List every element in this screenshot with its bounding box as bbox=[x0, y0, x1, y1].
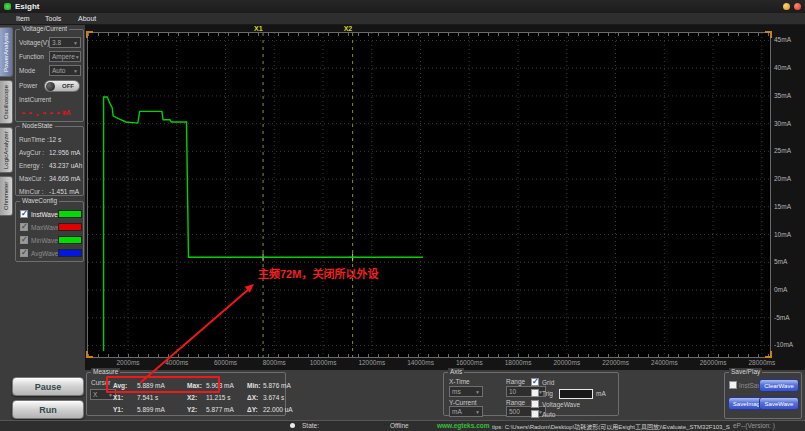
y-axis-tick-label: -10mA bbox=[774, 341, 793, 348]
x-axis-tick-label: 14000ms bbox=[399, 359, 443, 366]
y1-label: Y1: bbox=[113, 406, 123, 413]
state-label: State: bbox=[302, 422, 319, 429]
y-range-select[interactable]: 500▼ bbox=[506, 406, 546, 417]
tab-oscilloscope[interactable]: Oscilloscope bbox=[0, 80, 13, 124]
power-state: OFF bbox=[62, 83, 74, 89]
avgcur-value: 12.956 mA bbox=[49, 149, 80, 156]
toggle-knob-icon bbox=[46, 82, 55, 91]
delta-y-value: 22.000 uA bbox=[263, 406, 293, 413]
voltagewave-label: VoltageWave bbox=[542, 401, 580, 408]
menu-item[interactable]: Item bbox=[16, 15, 30, 22]
minwave-color-swatch bbox=[58, 236, 82, 244]
mode-select[interactable]: Auto▼ bbox=[49, 65, 81, 76]
x-axis-tick-label: 26000ms bbox=[691, 359, 735, 366]
minimize-icon[interactable] bbox=[783, 3, 790, 10]
min-label: Min: bbox=[247, 382, 260, 389]
x-time-label: X-Time bbox=[449, 378, 470, 385]
cursor-x1-label[interactable]: X1 bbox=[254, 25, 263, 32]
function-select[interactable]: Ampere▼ bbox=[49, 51, 81, 62]
power-label: Power bbox=[19, 82, 37, 89]
x-range-label: Range bbox=[506, 378, 525, 385]
x-time-select[interactable]: ms▼ bbox=[449, 386, 483, 397]
pause-button[interactable]: Pause bbox=[12, 377, 84, 396]
x-axis-tick-label: 16000ms bbox=[447, 359, 491, 366]
avgwave-label: AvgWave bbox=[31, 250, 58, 257]
y2-value: 5.877 mA bbox=[206, 406, 234, 413]
avgwave-color-swatch bbox=[58, 249, 82, 257]
y-axis-tick-label: 5mA bbox=[774, 258, 787, 265]
menu-bar: Item Tools About bbox=[0, 13, 805, 25]
x-axis-tick-label: 12000ms bbox=[350, 359, 394, 366]
y-axis-tick-label: 35mA bbox=[774, 92, 791, 99]
y-axis-tick-label: 20mA bbox=[774, 175, 791, 182]
x-axis-tick-label: 4000ms bbox=[155, 359, 199, 366]
voltage-select[interactable]: 3.8▼ bbox=[49, 37, 81, 48]
tab-power-analysis[interactable]: PowerAnalysis bbox=[0, 27, 13, 77]
save-wave-button[interactable]: SaveWave bbox=[759, 397, 799, 410]
trig-input[interactable] bbox=[559, 389, 593, 399]
instwave-checkbox[interactable] bbox=[20, 210, 28, 218]
x-range-select[interactable]: 10▼ bbox=[506, 386, 546, 397]
chevron-down-icon: ▼ bbox=[475, 389, 480, 395]
inst-current-unit: mA bbox=[62, 109, 70, 117]
delta-x-label: ΔX: bbox=[247, 394, 258, 401]
delta-x-value: 3.674 s bbox=[263, 394, 284, 401]
x-axis-tick-label: 8000ms bbox=[252, 359, 296, 366]
axis-panel: Axis X-Time ms▼ Range 10▼ Y-Current mA▼ … bbox=[443, 372, 619, 416]
measure-title: Measure bbox=[91, 368, 120, 375]
y-axis-tick-label: 10mA bbox=[774, 231, 791, 238]
clear-wave-button[interactable]: ClearWave bbox=[759, 379, 799, 392]
x-axis-tick-label: 6000ms bbox=[204, 359, 248, 366]
maxwave-label: MaxWave bbox=[31, 224, 60, 231]
y-axis-tick-label: 40mA bbox=[774, 64, 791, 71]
mode-value: Auto bbox=[52, 67, 65, 74]
voltage-value: 3.8 bbox=[52, 39, 61, 46]
energy-value: 43.237 uAh bbox=[49, 162, 82, 169]
state-indicator-dot bbox=[290, 423, 295, 428]
website-link[interactable]: www.egteks.com bbox=[437, 422, 490, 429]
tab-logic-analyzer[interactable]: LogicAnalyzer bbox=[0, 127, 13, 173]
y-axis-tick-label: 45mA bbox=[774, 36, 791, 43]
y-current-value: mA bbox=[452, 408, 462, 415]
y-current-label: Y-Current bbox=[449, 399, 477, 406]
y-axis-tick-label: 0mA bbox=[774, 286, 787, 293]
maxcur-label: MaxCur : bbox=[19, 175, 45, 182]
menu-about[interactable]: About bbox=[78, 15, 96, 22]
avgwave-checkbox[interactable] bbox=[20, 249, 28, 257]
app-icon bbox=[4, 3, 11, 10]
close-icon[interactable] bbox=[794, 3, 801, 10]
esight-window: Esight Item Tools About PowerAnalysis Os… bbox=[0, 0, 805, 431]
chart-annotation: 主频72M，关闭所以外设 bbox=[258, 265, 378, 281]
x-axis-tick-label: 24000ms bbox=[642, 359, 686, 366]
voltagewave-checkbox[interactable] bbox=[531, 400, 539, 408]
y-range-value: 500 bbox=[509, 408, 520, 415]
waveform-plot[interactable] bbox=[88, 33, 770, 357]
run-button[interactable]: Run bbox=[12, 400, 84, 419]
power-toggle[interactable]: OFF bbox=[44, 80, 80, 92]
tab-ohmmeter[interactable]: Ohmmeter bbox=[0, 176, 13, 216]
menu-tools[interactable]: Tools bbox=[45, 15, 61, 22]
function-value: Ampere bbox=[52, 53, 75, 60]
trig-checkbox[interactable] bbox=[531, 389, 539, 397]
x1-value: 7.541 s bbox=[137, 394, 158, 401]
trig-unit: mA bbox=[596, 390, 606, 397]
maxwave-checkbox[interactable] bbox=[20, 223, 28, 231]
y2-label: Y2: bbox=[187, 406, 197, 413]
grid-checkbox[interactable] bbox=[531, 378, 539, 386]
runtime-label: RunTime : bbox=[19, 136, 49, 143]
avgcur-label: AvgCur : bbox=[19, 149, 44, 156]
cursor-value: X bbox=[93, 391, 97, 398]
minwave-checkbox[interactable] bbox=[20, 236, 28, 244]
state-value: Offline bbox=[390, 422, 409, 429]
auto-checkbox[interactable] bbox=[531, 410, 539, 418]
axis-title: Axis bbox=[448, 368, 464, 375]
y-current-select[interactable]: mA▼ bbox=[449, 406, 483, 417]
avg-highlight-box bbox=[106, 376, 220, 393]
voltage-label: Voltage(V) bbox=[19, 39, 49, 46]
cursor-x2-label[interactable]: X2 bbox=[344, 25, 353, 32]
auto-label: Auto bbox=[542, 411, 555, 418]
save-play-panel: Save/Play InstSave ClearWave SaveImage S… bbox=[724, 372, 802, 419]
y-axis-tick-label: 30mA bbox=[774, 120, 791, 127]
inst-save-checkbox[interactable] bbox=[729, 381, 737, 389]
trig-label: Trig bbox=[542, 390, 553, 397]
